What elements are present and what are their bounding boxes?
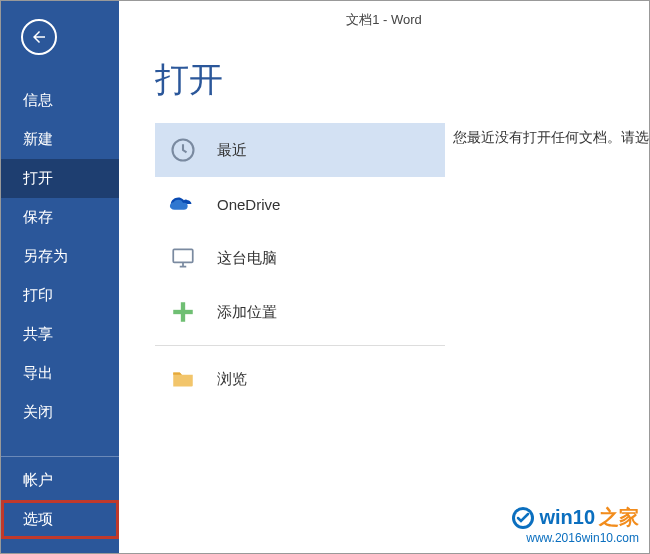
plus-icon <box>165 294 201 330</box>
recent-empty-message: 您最近没有打开任何文档。请选 <box>445 123 649 406</box>
globe-check-icon <box>511 506 535 530</box>
location-onedrive[interactable]: OneDrive <box>155 177 445 231</box>
location-browse[interactable]: 浏览 <box>155 352 445 406</box>
nav-new[interactable]: 新建 <box>1 120 119 159</box>
location-label: 最近 <box>217 141 247 160</box>
nav-save[interactable]: 保存 <box>1 198 119 237</box>
svg-rect-3 <box>173 310 193 314</box>
back-button[interactable] <box>21 19 57 55</box>
open-panel: 最近 OneDrive <box>119 123 649 406</box>
location-recent[interactable]: 最近 <box>155 123 445 177</box>
nav-close[interactable]: 关闭 <box>1 393 119 432</box>
location-label: 添加位置 <box>217 303 277 322</box>
location-addplace[interactable]: 添加位置 <box>155 285 445 339</box>
watermark-brand2: 之家 <box>599 504 639 531</box>
folder-icon <box>165 361 201 397</box>
location-label: 浏览 <box>217 370 247 389</box>
svg-rect-1 <box>173 249 193 262</box>
locations-separator <box>155 345 445 346</box>
watermark-brand1: win10 <box>539 506 595 529</box>
nav-account[interactable]: 帐户 <box>1 461 119 500</box>
nav-options[interactable]: 选项 <box>1 500 119 539</box>
watermark-logo: win10之家 <box>511 504 639 531</box>
location-label: OneDrive <box>217 196 280 213</box>
nav-info[interactable]: 信息 <box>1 81 119 120</box>
nav-export[interactable]: 导出 <box>1 354 119 393</box>
watermark-url: www.2016win10.com <box>511 531 639 545</box>
nav-gap <box>1 432 119 450</box>
onedrive-icon <box>165 186 201 222</box>
arrow-left-icon <box>30 28 48 46</box>
backstage-content: 文档1 - Word 打开 最近 <box>119 1 649 553</box>
location-label: 这台电脑 <box>217 249 277 268</box>
backstage-sidebar: 信息 新建 打开 保存 另存为 打印 共享 导出 关闭 帐户 选项 <box>1 1 119 553</box>
nav-list: 信息 新建 打开 保存 另存为 打印 共享 导出 关闭 帐户 选项 <box>1 81 119 539</box>
document-title: 文档1 - Word <box>119 11 649 29</box>
watermark: win10之家 www.2016win10.com <box>511 504 639 545</box>
computer-icon <box>165 240 201 276</box>
nav-separator <box>1 456 119 457</box>
nav-share[interactable]: 共享 <box>1 315 119 354</box>
location-thispc[interactable]: 这台电脑 <box>155 231 445 285</box>
locations-list: 最近 OneDrive <box>155 123 445 406</box>
nav-open[interactable]: 打开 <box>1 159 119 198</box>
word-backstage: 信息 新建 打开 保存 另存为 打印 共享 导出 关闭 帐户 选项 文档1 - … <box>0 0 650 554</box>
page-title: 打开 <box>155 57 649 103</box>
nav-saveas[interactable]: 另存为 <box>1 237 119 276</box>
nav-print[interactable]: 打印 <box>1 276 119 315</box>
clock-icon <box>165 132 201 168</box>
